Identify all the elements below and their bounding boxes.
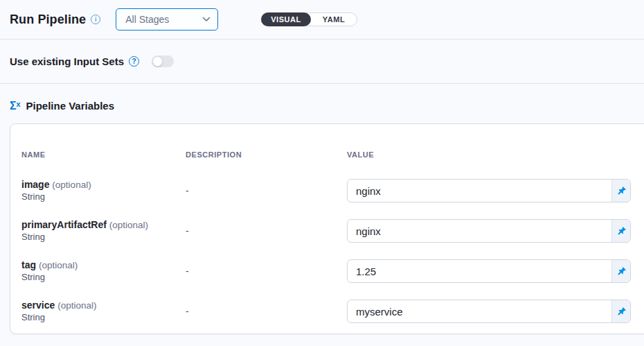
variable-description: - — [186, 185, 347, 196]
toggle-option-yaml[interactable]: YAML — [311, 15, 357, 24]
variable-type: String — [21, 271, 186, 283]
stage-selector-value: All Stages — [125, 14, 169, 25]
table-row: service (optional) String - — [21, 291, 644, 331]
page-title: Run Pipeline — [10, 12, 86, 27]
variable-value-cell — [347, 219, 644, 243]
variable-value-input[interactable] — [348, 220, 611, 242]
pin-icon — [616, 306, 627, 317]
variable-name: tag — [21, 259, 36, 270]
variable-value-input[interactable] — [348, 300, 611, 322]
input-sets-row: Use existing Input Sets ? — [0, 40, 644, 84]
pin-button[interactable] — [611, 300, 630, 322]
run-pipeline-page: { "header": { "title": "Run Pipeline", "… — [0, 0, 644, 346]
chevron-down-icon — [202, 17, 211, 22]
variable-name-cell: image (optional) String — [21, 179, 186, 202]
variables-table-header: NAME DESCRIPTION VALUE — [21, 150, 644, 159]
variable-optional-label: (optional) — [39, 260, 78, 270]
column-header-name: NAME — [21, 150, 186, 159]
info-icon[interactable]: i — [91, 15, 100, 24]
table-row: tag (optional) String - — [21, 251, 644, 291]
variable-value-input[interactable] — [348, 180, 611, 202]
input-sets-label: Use existing Input Sets — [10, 55, 124, 67]
variable-name-cell: primaryArtifactRef (optional) String — [21, 219, 186, 243]
header-bar: Run Pipeline i All Stages VISUAL YAML — [0, 0, 644, 40]
variable-value-cell — [347, 300, 644, 323]
variable-name: primaryArtifactRef — [21, 219, 107, 230]
variable-type: String — [21, 231, 186, 243]
pipeline-variables-header: Σˣ Pipeline Variables — [0, 84, 644, 112]
variable-name-cell: service (optional) String — [21, 300, 186, 323]
value-input-group — [347, 219, 631, 243]
sigma-variables-icon: Σˣ — [10, 101, 20, 112]
value-input-group — [347, 259, 631, 283]
pin-icon — [616, 186, 627, 196]
variables-table-body: image (optional) String - — [21, 171, 644, 331]
table-row: image (optional) String - — [21, 171, 644, 211]
input-sets-toggle-switch[interactable] — [152, 55, 174, 67]
variable-description: - — [186, 306, 347, 317]
variable-description: - — [186, 225, 347, 236]
variable-description: - — [186, 266, 347, 277]
toggle-knob — [152, 56, 163, 67]
column-header-description: DESCRIPTION — [186, 150, 347, 159]
pin-button[interactable] — [611, 220, 630, 242]
pin-button[interactable] — [611, 260, 630, 282]
pin-icon — [616, 266, 627, 277]
pipeline-variables-card: NAME DESCRIPTION VALUE image (optional) … — [10, 123, 644, 334]
column-header-value: VALUE — [347, 150, 644, 159]
variable-name: service — [21, 300, 55, 311]
variable-name: image — [21, 179, 49, 190]
help-icon[interactable]: ? — [129, 56, 139, 67]
toggle-option-visual[interactable]: VISUAL — [261, 12, 311, 26]
pipeline-variables-title: Pipeline Variables — [26, 100, 114, 112]
variable-name-cell: tag (optional) String — [21, 259, 186, 283]
variable-type: String — [21, 311, 186, 323]
variable-value-cell — [347, 179, 644, 202]
variable-optional-label: (optional) — [109, 220, 148, 230]
value-input-group — [347, 300, 631, 323]
variable-value-input[interactable] — [348, 260, 611, 282]
variable-value-cell — [347, 259, 644, 283]
table-row: primaryArtifactRef (optional) String - — [21, 211, 644, 251]
pin-icon — [616, 226, 627, 236]
value-input-group — [347, 179, 631, 202]
stage-selector-dropdown[interactable]: All Stages — [116, 8, 218, 31]
variable-optional-label: (optional) — [57, 300, 96, 311]
visual-yaml-toggle: VISUAL YAML — [261, 12, 357, 26]
variable-optional-label: (optional) — [52, 180, 91, 190]
pin-button[interactable] — [611, 180, 630, 202]
variable-type: String — [21, 191, 186, 202]
